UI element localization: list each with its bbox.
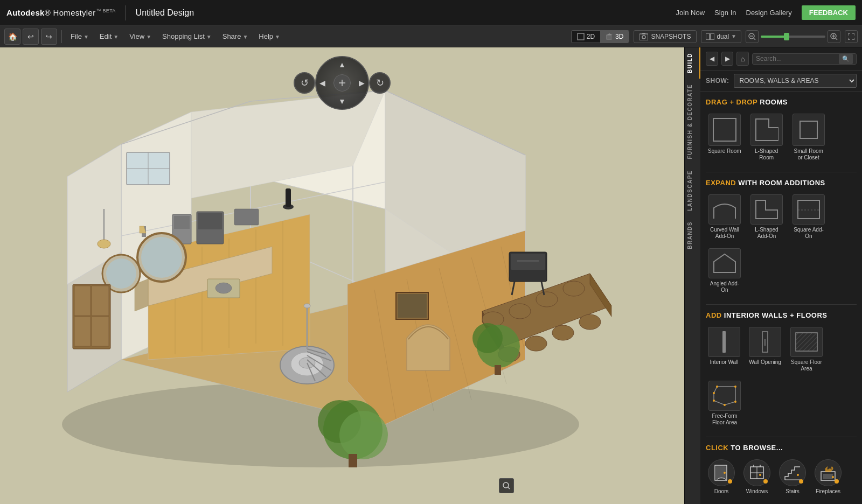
zoom-slider[interactable]: [761, 36, 825, 38]
zoom-bar: [746, 30, 840, 43]
nav-down-arrow[interactable]: ▼: [338, 97, 346, 106]
svg-line-11: [754, 38, 755, 40]
join-now-link[interactable]: Join Now: [676, 9, 705, 17]
design-title: Untitled Design: [136, 8, 194, 18]
svg-point-121: [734, 386, 736, 388]
svg-marker-110: [756, 200, 777, 219]
help-menu[interactable]: Help▼: [254, 30, 284, 43]
canvas-area[interactable]: ↺ ▲ ◀ ▶ ▼ ↻: [0, 47, 684, 504]
fullscreen-button[interactable]: [845, 30, 858, 43]
doors-browse-item[interactable]: Doors: [706, 457, 737, 497]
interior-walls-grid: Interior Wall Wall Opening: [706, 325, 857, 428]
logo-divider: [126, 5, 126, 20]
redo-button[interactable]: ↪: [41, 29, 57, 45]
svg-rect-4: [639, 34, 648, 40]
sq-add-on-item[interactable]: Square Add-On: [790, 192, 828, 242]
svg-rect-0: [578, 33, 584, 40]
rotate-right-button[interactable]: ↻: [369, 72, 391, 94]
view-menu[interactable]: View▼: [125, 30, 156, 43]
l-add-on-item[interactable]: L-Shaped Add-On: [748, 192, 785, 242]
svg-point-128: [724, 472, 726, 474]
svg-point-102: [98, 240, 110, 248]
logo-area: Autodesk® Homestyler™ BETA: [6, 8, 116, 17]
view-2d-button[interactable]: 2D: [572, 31, 600, 43]
l-shaped-room-label: L-Shaped Room: [750, 148, 783, 161]
panel-back-button[interactable]: ◀: [706, 52, 718, 66]
edit-menu[interactable]: Edit▼: [95, 30, 123, 43]
drag-rooms-grid: Square Room L-Shaped Room Sm: [706, 111, 857, 163]
svg-rect-1: [607, 35, 611, 39]
square-room-label: Square Room: [708, 148, 741, 155]
top-bar-right: Join Now Sign In Design Gallery FEEDBACK: [676, 5, 856, 20]
svg-point-122: [734, 401, 736, 403]
svg-point-107: [503, 482, 509, 488]
square-room-item[interactable]: Square Room: [706, 111, 743, 163]
svg-rect-8: [711, 33, 714, 40]
toolbar-separator-1: [61, 30, 62, 43]
angled-add-on-item[interactable]: Angled Add-On: [706, 246, 743, 296]
curved-wall-item[interactable]: Curved Wall Add-On: [706, 192, 743, 242]
svg-point-56: [525, 336, 547, 351]
wall-opening-item[interactable]: Wall Opening: [747, 325, 783, 374]
l-shaped-room-item[interactable]: L-Shaped Room: [748, 111, 785, 163]
furnish-decorate-tab[interactable]: FURNISH & DECORATE: [685, 79, 700, 165]
svg-point-125: [713, 392, 715, 394]
svg-rect-6: [642, 33, 645, 34]
nav-left-arrow[interactable]: ◀: [319, 79, 325, 87]
fireplaces-browse-item[interactable]: Fireplaces: [812, 457, 844, 497]
zoom-out-button[interactable]: [746, 30, 759, 43]
nav-center[interactable]: [333, 74, 351, 92]
svg-line-15: [836, 38, 837, 40]
top-bar: Autodesk® Homestyler™ BETA Untitled Desi…: [0, 0, 862, 26]
snapshots-button[interactable]: SNAPSHOTS: [634, 30, 697, 43]
landscape-tab[interactable]: LANDSCAPE: [685, 165, 700, 216]
view-3d-button[interactable]: 3D: [600, 31, 629, 43]
zoom-in-button[interactable]: [828, 30, 840, 43]
nav-right-arrow[interactable]: ▶: [359, 79, 365, 87]
stairs-browse-item[interactable]: Stairs: [777, 457, 808, 497]
home-button[interactable]: 🏠: [4, 29, 20, 45]
svg-point-61: [536, 292, 558, 307]
panel-search-box: 🔍: [752, 53, 857, 65]
brands-tab[interactable]: BRANDS: [685, 216, 700, 255]
svg-point-123: [724, 404, 726, 406]
panel-search-icon[interactable]: [499, 478, 514, 493]
build-tab[interactable]: BUILD: [685, 47, 700, 79]
nav-up-arrow[interactable]: ▲: [338, 60, 346, 69]
small-room-shape: [800, 121, 818, 139]
nav-ring[interactable]: ▲ ◀ ▶ ▼: [315, 56, 369, 110]
rotate-left-button[interactable]: ↺: [294, 72, 315, 94]
show-select[interactable]: ROOMS, WALLS & AREAS: [734, 74, 857, 88]
zoom-fill: [761, 36, 787, 38]
shopping-list-menu[interactable]: Shopping List▼: [158, 30, 216, 43]
small-room-item[interactable]: Small Room or Closet: [790, 111, 828, 163]
freeform-floor-item[interactable]: Free-Form Floor Area: [706, 379, 743, 428]
toolbar-right: 2D 3D SNAPSHOTS dual ▼: [571, 30, 858, 43]
svg-rect-74: [495, 365, 501, 375]
share-menu[interactable]: Share▼: [218, 30, 253, 43]
file-menu[interactable]: File▼: [66, 30, 93, 43]
design-gallery-link[interactable]: Design Gallery: [746, 9, 792, 17]
svg-rect-43: [174, 216, 190, 229]
svg-rect-65: [517, 260, 539, 262]
svg-point-62: [563, 281, 585, 296]
dual-button[interactable]: dual ▼: [701, 30, 741, 43]
svg-marker-109: [756, 119, 778, 141]
panel-search-submit[interactable]: 🔍: [839, 54, 853, 64]
svg-marker-3: [611, 35, 613, 39]
sq-floor-area-item[interactable]: Square Floor Area: [788, 325, 825, 374]
panel-search-input[interactable]: [756, 55, 837, 62]
panel-home-button[interactable]: ⌂: [736, 52, 749, 66]
interior-wall-item[interactable]: Interior Wall: [706, 325, 742, 374]
sign-in-link[interactable]: Sign In: [714, 9, 736, 17]
stairs-label: Stairs: [785, 488, 800, 495]
drag-drop-rooms-title: DRAG + DROP ROOMS: [706, 98, 857, 106]
windows-browse-item[interactable]: Windows: [741, 457, 773, 497]
divider-3: [706, 437, 857, 437]
panel-forward-button[interactable]: ▶: [721, 52, 734, 66]
panel-header: ◀ ▶ ⌂ 🔍: [700, 47, 862, 71]
feedback-button[interactable]: FEEDBACK: [802, 5, 856, 20]
undo-button[interactable]: ↩: [23, 29, 39, 45]
expand-rooms-grid: Curved Wall Add-On L-Shaped Add-On: [706, 192, 857, 296]
sq-add-on-label: Square Add-On: [792, 227, 825, 240]
